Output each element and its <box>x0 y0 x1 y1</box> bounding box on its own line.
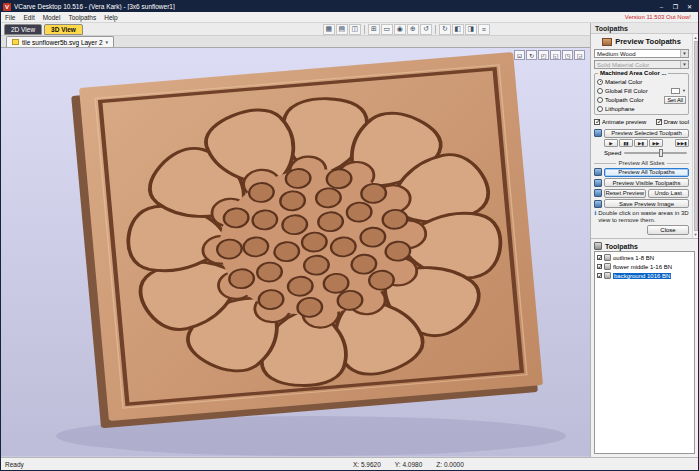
global-fill-color-radio[interactable] <box>597 88 603 94</box>
skip-to-end-button[interactable]: ▶▶▮ <box>675 139 689 147</box>
lithophane-radio-row[interactable]: Lithophane <box>597 104 686 113</box>
scroll-up-icon[interactable]: ▲ <box>694 35 698 40</box>
divider-line <box>667 163 689 164</box>
toolpath-color-radio-row[interactable]: Toolpath Color Set All <box>597 95 686 104</box>
toolpath-list-item[interactable]: flower middle 1-16 BN <box>596 262 693 271</box>
toolpaths-list-title: Toolpaths <box>605 243 638 250</box>
set-all-button[interactable]: Set All <box>664 96 686 104</box>
play-button[interactable]: ▶ <box>604 139 618 147</box>
preview-3d-canvas[interactable]: ⊡ ↻ ◰ ◱ ◳ ◲ <box>1 48 590 457</box>
material-color-radio[interactable] <box>597 79 603 85</box>
preview-scrollbar[interactable]: ▲ ▼ <box>692 34 698 238</box>
origin-icon[interactable]: ◉ <box>394 24 406 35</box>
shade-right-icon[interactable]: ◨ <box>465 24 477 35</box>
scrollbar-thumb[interactable] <box>694 41 698 231</box>
lithophane-radio[interactable] <box>597 106 603 112</box>
shade-left-icon[interactable]: ◧ <box>452 24 464 35</box>
snap-grid-icon[interactable]: ▤ <box>336 24 348 35</box>
rotate-view-icon[interactable]: ↻ <box>526 50 537 60</box>
toolpaths-panel: Toolpaths Preview Toolpaths Medium Wood … <box>590 23 698 457</box>
rotate-ccw-icon[interactable]: ↺ <box>420 24 432 35</box>
top-view-icon[interactable]: ◰ <box>538 50 549 60</box>
toolpaths-panel-title: Toolpaths <box>595 25 628 32</box>
toolpaths-list[interactable]: outlines 1-8 BN flower middle 1-16 BN ba… <box>594 251 695 454</box>
draw-tool-checkbox[interactable] <box>656 119 662 125</box>
preview-visible-toolpaths-button[interactable]: Preview Visible Toolpaths <box>604 178 689 187</box>
document-tab[interactable]: tile sunflower5b.svg Layer 2 ▾ <box>6 36 114 47</box>
rotate-cw-icon[interactable]: ↻ <box>439 24 451 35</box>
step-button[interactable]: ▶▮ <box>634 139 648 147</box>
menu-toolpaths[interactable]: Toolpaths <box>68 14 96 21</box>
toolpath-label[interactable]: outlines 1-8 BN <box>613 255 654 261</box>
menu-model[interactable]: Model <box>43 14 61 21</box>
magnet-icon[interactable]: ⊕ <box>407 24 419 35</box>
menu-edit[interactable]: Edit <box>23 14 34 21</box>
animate-preview-checkbox[interactable] <box>594 119 600 125</box>
material-color-radio-row[interactable]: Material Color <box>597 77 686 86</box>
material-select-value: Medium Wood <box>597 51 636 57</box>
toolpath-list-item[interactable]: outlines 1-8 BN <box>596 253 693 262</box>
window-title: VCarve Desktop 10.516 - (Vera Kark) - [3… <box>14 3 652 10</box>
material-color-radio-label: Material Color <box>605 79 686 85</box>
tab-2d-view[interactable]: 2D View <box>4 24 42 35</box>
toolpath-visibility-checkbox[interactable] <box>597 255 602 260</box>
preview-selected-icon <box>594 129 602 137</box>
machined-area-color-label: Machined Area Color ... <box>598 70 668 76</box>
preview-3d-render[interactable] <box>1 48 590 456</box>
chevron-down-icon: ▼ <box>680 50 688 57</box>
fast-forward-button[interactable]: ▶▶ <box>649 139 663 147</box>
tab-3d-view[interactable]: 3D View <box>44 24 83 35</box>
toolpath-visibility-checkbox[interactable] <box>597 264 602 269</box>
ruler-icon[interactable]: ▭ <box>381 24 393 35</box>
save-preview-image-button[interactable]: Save Preview Image <box>604 199 689 208</box>
global-fill-color-radio-row[interactable]: Global Fill Color ▼ <box>597 86 686 95</box>
pause-button[interactable]: ▮▮ <box>619 139 633 147</box>
chevron-down-icon: ▼ <box>680 61 688 68</box>
layer-icon <box>12 39 19 45</box>
undo-last-button[interactable]: Undo Last <box>648 189 690 198</box>
preview-all-toolpaths-button[interactable]: Preview All Toolpaths <box>604 168 689 177</box>
solid-color-select-value: Solid Material Color <box>597 62 649 68</box>
playback-controls: ▶ ▮▮ ▶▮ ▶▶ ▶▶▮ <box>604 139 689 147</box>
guides-icon[interactable]: ◫ <box>349 24 361 35</box>
front-view-icon[interactable]: ◱ <box>550 50 561 60</box>
close-window-button[interactable]: ✕ <box>683 2 696 11</box>
reset-preview-button[interactable]: Reset Preview <box>604 189 646 198</box>
menu-bar: File Edit Model Toolpaths Help Version 1… <box>1 12 698 23</box>
toolpath-list-item[interactable]: background 1016 BN <box>596 271 693 280</box>
grid-icon[interactable]: ▦ <box>323 24 335 35</box>
toolpath-visibility-checkbox[interactable] <box>597 273 602 278</box>
snap-objects-icon[interactable]: ⊞ <box>368 24 380 35</box>
zoom-fit-icon[interactable]: ⊡ <box>514 50 525 60</box>
material-select[interactable]: Medium Wood ▼ <box>594 49 689 58</box>
iso-view-icon[interactable]: ◲ <box>574 50 585 60</box>
menu-file[interactable]: File <box>5 14 15 21</box>
close-button[interactable]: Close <box>647 225 689 235</box>
toolpath-label[interactable]: flower middle 1-16 BN <box>613 264 672 270</box>
coord-x: X: 5.9620 <box>353 461 381 468</box>
side-view-icon[interactable]: ◳ <box>562 50 573 60</box>
speed-slider[interactable] <box>624 152 687 154</box>
toolpaths-list-icon <box>594 242 602 250</box>
preview-selected-toolpath-button[interactable]: Preview Selected Toolpath <box>604 129 689 138</box>
version-banner-link[interactable]: Version 11.503 Out Now! <box>625 14 694 20</box>
lithophane-radio-label: Lithophane <box>605 106 686 112</box>
layers-icon[interactable]: ≡ <box>478 24 490 35</box>
view-control-toolbar: ⊡ ↻ ◰ ◱ ◳ ◲ <box>514 50 585 60</box>
scroll-down-icon[interactable]: ▼ <box>694 232 698 237</box>
coord-y: Y: 4.0980 <box>395 461 422 468</box>
menu-help[interactable]: Help <box>104 14 117 21</box>
wood-tile[interactable] <box>71 52 544 428</box>
app-window: V VCarve Desktop 10.516 - (Vera Kark) - … <box>0 0 699 471</box>
maximize-button[interactable]: ❐ <box>669 2 682 11</box>
chevron-down-icon[interactable]: ▾ <box>106 39 109 45</box>
waste-area-hint: Double click on waste areas in 3D view t… <box>598 210 689 223</box>
chevron-down-icon[interactable]: ▼ <box>682 88 686 93</box>
toolpath-label[interactable]: background 1016 BN <box>613 273 671 279</box>
speed-slider-thumb[interactable] <box>659 149 663 157</box>
global-fill-color-swatch[interactable] <box>671 88 680 94</box>
toolpath-color-radio[interactable] <box>597 97 603 103</box>
reset-preview-icon <box>594 189 602 197</box>
minimize-button[interactable]: – <box>655 2 668 11</box>
toolpaths-panel-header: Toolpaths <box>591 23 698 34</box>
